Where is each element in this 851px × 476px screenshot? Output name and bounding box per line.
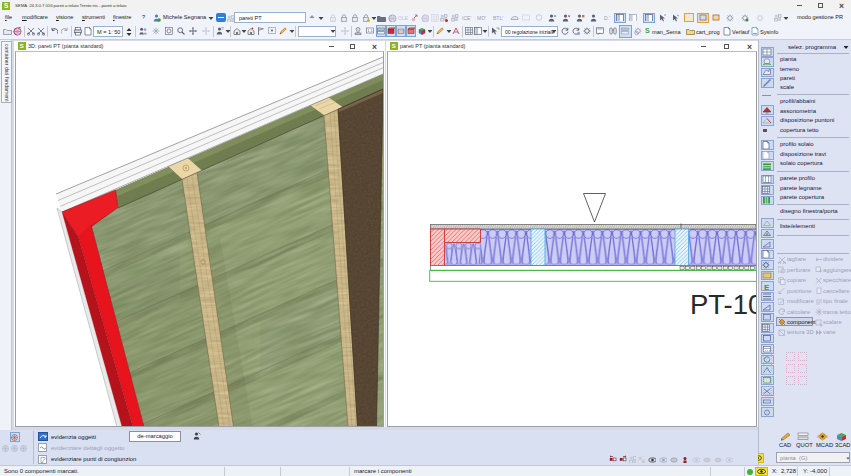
svg-text:E: E [764,282,770,290]
svg-text:1,1: 1,1 [367,28,373,33]
svg-text:PT-100: PT-100 [690,289,756,320]
